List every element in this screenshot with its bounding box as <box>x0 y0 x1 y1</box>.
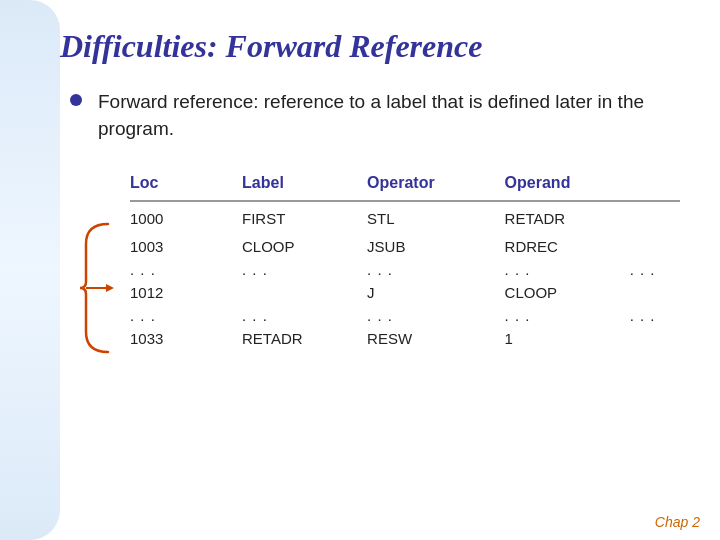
bullet-section: Forward reference: reference to a label … <box>60 89 680 142</box>
cell-operand: CLOOP <box>493 281 618 304</box>
col-header-extra <box>618 170 680 201</box>
data-table: Loc Label Operator Operand 1000 FIRST ST… <box>130 170 680 350</box>
table-area: Loc Label Operator Operand 1000 FIRST ST… <box>60 170 680 350</box>
cell-operand: 1 <box>493 327 618 350</box>
cell-operand: . . . <box>493 258 618 281</box>
cell-label: CLOOP <box>230 235 355 258</box>
cell-extra <box>618 235 680 258</box>
cell-operator: RESW <box>355 327 493 350</box>
table-row: . . . . . . . . . . . . . . . <box>130 304 680 327</box>
cell-label: . . . <box>230 258 355 281</box>
table-header-row: Loc Label Operator Operand <box>130 170 680 201</box>
cell-label: RETADR <box>230 327 355 350</box>
cell-operator: STL <box>355 201 493 235</box>
cell-label <box>230 281 355 304</box>
cell-operator: . . . <box>355 258 493 281</box>
bullet-icon <box>70 94 82 106</box>
col-header-label: Label <box>230 170 355 201</box>
table-row: 1003 CLOOP JSUB RDREC <box>130 235 680 258</box>
cell-operator: J <box>355 281 493 304</box>
data-table-wrapper: Loc Label Operator Operand 1000 FIRST ST… <box>80 170 680 350</box>
cell-extra: . . . <box>618 258 680 281</box>
cell-loc: 1012 <box>130 281 230 304</box>
footer-label: Chap 2 <box>655 514 700 530</box>
cell-operator: JSUB <box>355 235 493 258</box>
col-header-loc: Loc <box>130 170 230 201</box>
cell-loc: 1033 <box>130 327 230 350</box>
svg-marker-1 <box>106 284 114 292</box>
cell-operator: . . . <box>355 304 493 327</box>
table-row: 1033 RETADR RESW 1 <box>130 327 680 350</box>
cell-loc: . . . <box>130 258 230 281</box>
bullet-text: Forward reference: reference to a label … <box>98 89 680 142</box>
cell-loc: 1003 <box>130 235 230 258</box>
col-header-operator: Operator <box>355 170 493 201</box>
cell-loc: . . . <box>130 304 230 327</box>
cell-extra <box>618 281 680 304</box>
cell-operand: . . . <box>493 304 618 327</box>
cell-extra <box>618 327 680 350</box>
cell-loc: 1000 <box>130 201 230 235</box>
cell-operand: RDREC <box>493 235 618 258</box>
bracket-decoration-icon <box>76 214 114 362</box>
cell-operand: RETADR <box>493 201 618 235</box>
cell-extra <box>618 201 680 235</box>
table-row: . . . . . . . . . . . . . . . <box>130 258 680 281</box>
cell-label: FIRST <box>230 201 355 235</box>
col-header-operand: Operand <box>493 170 618 201</box>
page-title: Difficulties: Forward Reference <box>60 28 680 65</box>
cell-extra: . . . <box>618 304 680 327</box>
table-row: 1000 FIRST STL RETADR <box>130 201 680 235</box>
table-row: 1012 J CLOOP <box>130 281 680 304</box>
cell-label: . . . <box>230 304 355 327</box>
